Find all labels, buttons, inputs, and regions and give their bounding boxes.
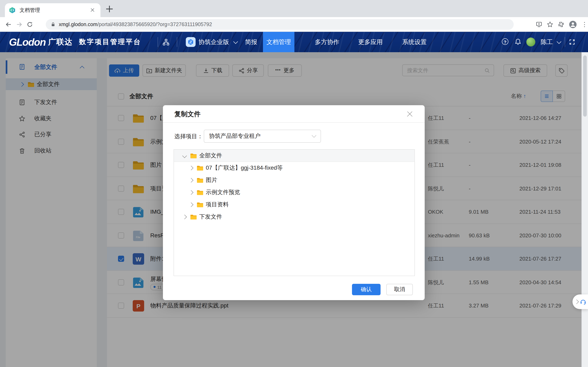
url-text: xmgl.glodon.com/portal/493823875665920/?… (59, 22, 212, 27)
browser-tab[interactable]: 文档管理 (5, 3, 100, 17)
nav-item-3[interactable]: 多方协作 (305, 32, 349, 52)
chevron-down-icon (312, 133, 316, 138)
nav-item-1[interactable]: 简报 (238, 32, 264, 52)
tree-node-root[interactable]: 全部文件 (174, 150, 415, 162)
nav-item-2[interactable]: 文档管理 (263, 32, 294, 52)
url-field[interactable]: xmgl.glodon.com/portal/493823875665920/?… (46, 19, 514, 30)
tree-node-child-4[interactable]: 项目资料 (174, 199, 415, 211)
lock-icon (51, 22, 56, 27)
chevron-down-icon (233, 39, 238, 44)
tree-node-label: 图片 (206, 176, 217, 184)
navbar-divider (158, 37, 158, 47)
favicon-glodon-icon (9, 7, 16, 13)
headset-icon[interactable] (580, 299, 586, 305)
modal-close-icon[interactable] (406, 110, 413, 117)
tree-node-sibling[interactable]: 下发文件 (174, 211, 415, 223)
tab-title: 文档管理 (20, 7, 89, 14)
browser-tabstrip: 文档管理 (0, 0, 588, 17)
folder-tree: 全部文件07【广联达】ggj-3184-fixed等图片示例文件预览项目资料下发… (173, 149, 415, 276)
folder-icon (197, 165, 203, 171)
tree-node-label: 全部文件 (199, 152, 222, 159)
install-icon[interactable] (536, 21, 542, 28)
project-select-label: 选择项目： (174, 130, 203, 143)
nav-item-4[interactable]: 更多应用 (349, 32, 392, 52)
org-structure-icon[interactable] (163, 39, 169, 46)
support-float-widget[interactable] (572, 294, 588, 309)
folder-icon (197, 177, 203, 184)
brand-logo-en: GLodon (9, 36, 46, 48)
modal-header: 复制文件 (163, 105, 425, 123)
navbar-divider (177, 37, 177, 47)
forward-icon[interactable] (14, 19, 25, 30)
user-avatar[interactable] (526, 38, 535, 47)
fullscreen-icon[interactable] (569, 39, 575, 45)
tab-close-icon[interactable] (89, 7, 96, 14)
browser-urlbar: xmgl.glodon.com/portal/493823875665920/?… (0, 17, 588, 32)
new-tab-button[interactable] (105, 5, 113, 13)
brand-platform-name: 数字项目管理平台 (79, 38, 141, 47)
brand-logo: GLodon 广联达 数字项目管理平台 (9, 32, 141, 52)
tree-node-child-1[interactable]: 07【广联达】ggj-3184-fixed等 (174, 162, 415, 174)
tree-node-child-2[interactable]: 图片 (174, 174, 415, 186)
chevron-right-icon[interactable] (189, 178, 194, 183)
back-icon[interactable] (3, 19, 14, 30)
top-navbar: GLodon 广联达 数字项目管理平台 协筑企业版 简报文档管理多方协作更多应用… (0, 32, 588, 52)
chevron-right-icon[interactable] (189, 166, 194, 170)
scrollbar-thumb[interactable] (583, 55, 587, 117)
folder-icon (197, 189, 203, 196)
notification-bell-icon[interactable] (515, 38, 521, 45)
nav-item-5[interactable]: 系统设置 (393, 32, 436, 52)
tree-node-label: 07【广联达】ggj-3184-fixed等 (206, 164, 283, 172)
folder-icon (197, 201, 203, 208)
copy-file-modal: 复制文件 选择项目： 协筑产品部专业租户 全部文件07【广联达】ggj-3184… (163, 105, 425, 300)
browser-scrollbar[interactable] (581, 52, 588, 367)
extensions-icon[interactable] (558, 21, 564, 28)
chrome-menu-icon[interactable]: ⋮ (581, 21, 586, 28)
workspace-selector[interactable]: 协筑企业版 (199, 32, 237, 52)
cancel-button[interactable]: 取消 (386, 284, 413, 295)
user-menu[interactable]: 陈工 (541, 32, 561, 52)
folder-icon (190, 152, 197, 159)
collapse-chevron-icon[interactable] (574, 300, 579, 304)
chevron-right-icon[interactable] (189, 190, 194, 195)
navbar-divider (565, 37, 565, 47)
brand-logo-cn: 广联达 (48, 37, 73, 47)
tree-node-child-3[interactable]: 示例文件预览 (174, 186, 415, 199)
bookmark-star-icon[interactable] (547, 21, 553, 28)
tree-node-label: 示例文件预览 (206, 189, 240, 196)
folder-icon (190, 214, 197, 220)
tree-node-label: 项目资料 (206, 201, 229, 208)
confirm-button[interactable]: 确认 (352, 284, 380, 295)
project-select[interactable]: 协筑产品部专业租户 (204, 130, 321, 143)
chevron-right-icon[interactable] (182, 215, 187, 219)
tree-node-label: 下发文件 (199, 213, 222, 221)
profile-avatar-icon[interactable] (569, 20, 577, 29)
chevron-down-icon[interactable] (182, 153, 187, 158)
chevron-right-icon[interactable] (189, 202, 194, 207)
reload-icon[interactable] (25, 19, 35, 30)
chevron-down-icon (557, 39, 562, 44)
workspace-logo-icon[interactable] (186, 37, 196, 47)
modal-title: 复制文件 (174, 105, 200, 123)
help-icon[interactable]: ? (502, 38, 508, 45)
project-select-value: 协筑产品部专业租户 (209, 133, 260, 140)
